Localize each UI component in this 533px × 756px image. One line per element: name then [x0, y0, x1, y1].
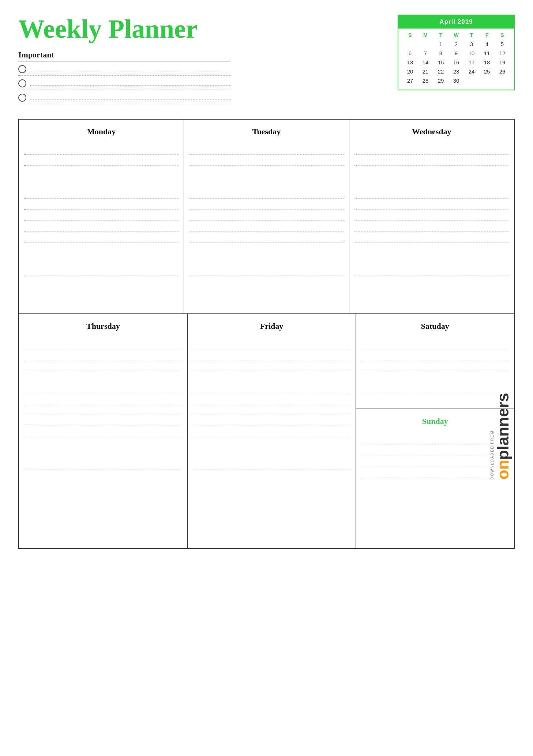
cal-grid: S M T W T F S 1 2 3 4 5 6 7 8 9 [398, 29, 514, 90]
cal-header-m: M [419, 31, 432, 39]
cal-header-t1: T [434, 31, 447, 39]
dotted-line-1 [30, 71, 230, 71]
watermark-on: on [494, 460, 512, 479]
cal-d30: 30 [450, 77, 463, 84]
thursday-cell: Thursday [19, 314, 188, 548]
cal-d20: 20 [403, 68, 417, 75]
cal-d25: 25 [480, 68, 493, 75]
cal-d24: 24 [465, 68, 478, 75]
important-item-1 [18, 65, 230, 73]
cal-d12: 12 [496, 49, 509, 57]
cal-d-e1 [465, 77, 478, 84]
cal-w1-t1: 1 [434, 40, 447, 48]
tuesday-cell: Tuesday [184, 120, 349, 313]
friday-cell: Friday [188, 314, 356, 548]
important-label: Important [18, 50, 230, 61]
important-item-2 [18, 79, 230, 87]
saturday-header: Satuday [361, 318, 509, 336]
tuesday-header: Tuesday [189, 123, 344, 142]
bottom-row: Thursday Friday [19, 314, 514, 548]
circle-icon-3 [18, 94, 26, 102]
circle-icon-1 [18, 65, 26, 73]
cal-d9: 9 [450, 49, 463, 57]
cal-d10: 10 [465, 49, 478, 57]
cal-d26: 26 [496, 68, 509, 75]
page-title: Weekly Planner [18, 15, 398, 44]
dotted-line-2 [30, 85, 230, 86]
wednesday-lines [354, 144, 509, 275]
cal-week-1b: 6 7 8 9 10 11 12 [403, 49, 509, 57]
imp-line-extra-3 [18, 104, 230, 104]
left-header: Weekly Planner Important [18, 15, 398, 108]
sunday-section: Sunday DOWNLOADED FROM onplanners [356, 409, 514, 483]
cal-d21: 21 [419, 68, 432, 75]
cal-d18: 18 [480, 59, 493, 66]
cal-month-header: April 2019 [398, 15, 514, 29]
sunday-header: Sunday [361, 413, 509, 431]
cal-d13: 13 [403, 59, 417, 66]
cal-d22: 22 [434, 68, 447, 75]
sunday-lines [361, 434, 509, 477]
tuesday-lines [189, 144, 344, 275]
cal-week-1: 1 2 3 4 5 [403, 40, 509, 48]
watermark-planners: planners [494, 393, 512, 460]
cal-d27: 27 [403, 77, 417, 84]
friday-header: Friday [193, 318, 351, 336]
wednesday-cell: Wednesday [349, 120, 514, 313]
cal-w1-f: 4 [480, 40, 493, 48]
monday-lines [24, 144, 179, 275]
cal-week-2: 13 14 15 16 17 18 19 [403, 59, 509, 66]
thursday-header: Thursday [24, 318, 182, 336]
cal-d14: 14 [419, 59, 432, 66]
cal-d8: 8 [434, 49, 447, 57]
cal-d11: 11 [480, 49, 493, 57]
saturday-lines [361, 339, 509, 393]
header-section: Weekly Planner Important April 2019 S M … [18, 15, 515, 108]
sat-sun-cell: Satuday Sunday [356, 314, 514, 548]
cal-header-s1: S [403, 31, 417, 39]
cal-header-w: W [450, 31, 463, 39]
cal-d17: 17 [465, 59, 478, 66]
top-row: Monday Tuesday [19, 120, 514, 314]
mini-calendar: April 2019 S M T W T F S 1 2 3 4 5 6 [398, 15, 515, 90]
watermark-brand: onplanners [495, 393, 511, 479]
dotted-line-3 [30, 99, 230, 100]
cal-w1-t2: 3 [465, 40, 478, 48]
cal-week-3: 20 21 22 23 24 25 26 [403, 68, 509, 75]
important-item-3 [18, 94, 230, 102]
imp-line-extra-2 [18, 90, 230, 90]
cal-d15: 15 [434, 59, 447, 66]
cal-header-f: F [480, 31, 493, 39]
cal-d28: 28 [419, 77, 432, 84]
watermark: DOWNLOADED FROM onplanners [490, 393, 511, 479]
cal-d6: 6 [403, 49, 417, 57]
cal-d-e3 [496, 77, 509, 84]
cal-header-t2: T [465, 31, 478, 39]
cal-d-e2 [480, 77, 493, 84]
imp-line-extra-1 [18, 75, 230, 76]
cal-d16: 16 [450, 59, 463, 66]
weekly-grid: Monday Tuesday [18, 119, 515, 549]
monday-cell: Monday [19, 120, 184, 313]
cal-week-4: 27 28 29 30 [403, 77, 509, 84]
wednesday-header: Wednesday [354, 123, 509, 142]
cal-d23: 23 [450, 68, 463, 75]
friday-lines [193, 339, 351, 470]
cal-day-headers: S M T W T F S [403, 31, 509, 39]
cal-w1-w: 2 [450, 40, 463, 48]
circle-icon-2 [18, 79, 26, 87]
monday-header: Monday [24, 123, 179, 142]
cal-d7: 7 [419, 49, 432, 57]
cal-w1-s [403, 40, 417, 48]
cal-d19: 19 [496, 59, 509, 66]
thursday-lines [24, 339, 182, 470]
cal-w1-m [419, 40, 432, 48]
cal-w1-s2: 5 [496, 40, 509, 48]
cal-d29: 29 [434, 77, 447, 84]
cal-header-s2: S [496, 31, 509, 39]
